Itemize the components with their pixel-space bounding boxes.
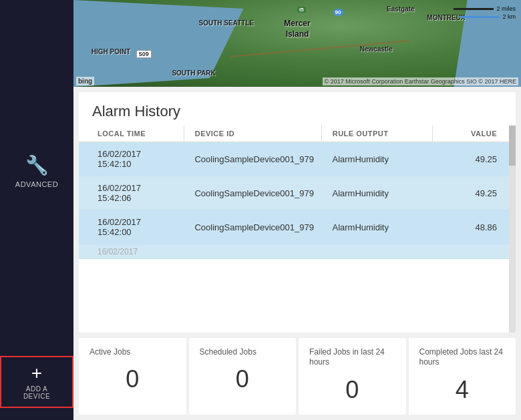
sidebar-advanced[interactable]: 🔧 ADVANCED — [15, 154, 58, 188]
cell-device-id: CoolingSampleDevice001_979 — [184, 188, 321, 198]
bing-logo: bing — [76, 77, 94, 85]
scale-miles-label: 2 miles — [496, 5, 516, 12]
alarm-table: LOCAL TIME DEVICE ID RULE OUTPUT VALUE 1… — [79, 126, 516, 333]
map-background: SOUTH SEATTLE HIGH POINT SOUTH PARK East… — [73, 0, 521, 87]
cell-value: 49.25 — [432, 154, 502, 164]
scrollbar-thumb[interactable] — [509, 126, 516, 166]
time-line2: 15:42:00 — [98, 227, 178, 237]
alarm-history-title: Alarm History — [79, 92, 516, 126]
place-label-newcastle: Newcastle — [360, 45, 393, 53]
place-label-south-park: SOUTH PARK — [172, 69, 215, 77]
road-509-badge: 509 — [136, 50, 152, 58]
cell-value: 49.25 — [432, 188, 502, 198]
job-card-value-scheduled: 0 — [200, 365, 286, 393]
col-header-device-id: DEVICE ID — [184, 126, 321, 142]
time-line2: 15:42:10 — [98, 159, 178, 169]
map-location-line1: Mercer — [284, 19, 310, 29]
cell-local-time: 16/02/2017 15:42:10 — [92, 149, 184, 169]
alarm-rows: 16/02/2017 15:42:10 CoolingSampleDevice0… — [79, 142, 516, 259]
job-card-label-scheduled: Scheduled Jobs — [200, 347, 286, 358]
table-row[interactable]: 16/02/2017 15:42:00 CoolingSampleDevice0… — [79, 210, 516, 244]
job-card-scheduled: Scheduled Jobs 0 — [189, 338, 297, 415]
cell-rule-output: AlarmHumidity — [321, 154, 432, 164]
alarm-table-header: LOCAL TIME DEVICE ID RULE OUTPUT VALUE — [79, 126, 516, 142]
cell-value: 48.86 — [432, 222, 502, 232]
cell-device-id: CoolingSampleDevice001_979 — [184, 154, 321, 164]
job-card-value-active: 0 — [90, 365, 176, 393]
alarm-section: Alarm History LOCAL TIME DEVICE ID RULE … — [79, 92, 516, 333]
col-header-rule-output: RULE OUTPUT — [321, 126, 432, 142]
highway-5-badge: I5 — [297, 7, 306, 13]
road-90-badge: 90 — [333, 9, 343, 16]
job-card-label-failed: Failed Jobs in last 24 hours — [309, 347, 395, 368]
table-row[interactable]: 16/02/2017 15:42:06 CoolingSampleDevice0… — [79, 176, 516, 210]
job-card-label-active: Active Jobs — [90, 347, 176, 358]
job-card-failed: Failed Jobs in last 24 hours 0 — [299, 338, 406, 415]
plus-icon: + — [31, 364, 42, 383]
cell-local-time: 16/02/2017 — [92, 247, 184, 256]
job-card-active: Active Jobs 0 — [79, 338, 186, 415]
scale-line-miles — [454, 8, 494, 10]
table-row[interactable]: 16/02/2017 — [79, 244, 516, 259]
add-device-label: ADD A DEVICE — [12, 385, 61, 400]
table-row[interactable]: 16/02/2017 15:42:10 CoolingSampleDevice0… — [79, 142, 516, 176]
time-line2: 15:42:06 — [98, 193, 178, 203]
map-scale: 2 miles 2 km — [454, 5, 516, 20]
add-device-button[interactable]: + ADD A DEVICE — [0, 356, 73, 408]
sidebar: 🔧 ADVANCED + ADD A DEVICE — [0, 0, 73, 420]
map-copyright: © 2017 Microsoft Corporation Earthstar G… — [323, 77, 518, 85]
job-card-value-failed: 0 — [309, 376, 395, 404]
map-scale-km: 2 km — [460, 13, 516, 20]
place-label-south-seattle: SOUTH SEATTLE — [199, 19, 254, 27]
jobs-section: Active Jobs 0 Scheduled Jobs 0 Failed Jo… — [79, 338, 516, 415]
sidebar-advanced-label: ADVANCED — [15, 180, 58, 188]
map-location-line2: Island — [284, 29, 310, 40]
cell-local-time: 16/02/2017 15:42:00 — [92, 217, 184, 237]
cell-rule-output: AlarmHumidity — [321, 188, 432, 198]
wrench-icon: 🔧 — [25, 154, 49, 176]
map-scale-bar: 2 miles 2 km — [454, 5, 516, 20]
scale-km-label: 2 km — [502, 13, 516, 20]
job-card-value-completed: 4 — [419, 376, 506, 404]
col-header-local-time: LOCAL TIME — [92, 126, 184, 142]
map-area[interactable]: SOUTH SEATTLE HIGH POINT SOUTH PARK East… — [73, 0, 521, 87]
place-label-high-point: HIGH POINT — [92, 48, 130, 55]
scrollbar-track[interactable] — [509, 126, 516, 333]
map-location-label: Mercer Island — [284, 19, 310, 39]
scale-line-km — [460, 16, 500, 18]
job-card-completed: Completed Jobs last 24 hours 4 — [409, 338, 516, 415]
main-content: SOUTH SEATTLE HIGH POINT SOUTH PARK East… — [73, 0, 521, 420]
time-line1: 16/02/2017 — [98, 149, 178, 159]
job-card-label-completed: Completed Jobs last 24 hours — [419, 347, 506, 368]
cell-local-time: 16/02/2017 15:42:06 — [92, 183, 184, 203]
map-scale-miles: 2 miles — [454, 5, 516, 12]
time-line1: 16/02/2017 — [98, 183, 178, 193]
col-header-value: VALUE — [432, 126, 502, 142]
place-label-eastgate: Eastgate — [387, 5, 415, 13]
cell-rule-output: AlarmHumidity — [321, 222, 432, 232]
cell-device-id: CoolingSampleDevice001_979 — [184, 222, 321, 232]
time-line1: 16/02/2017 — [98, 217, 178, 227]
sidebar-top: 🔧 ADVANCED — [15, 0, 58, 356]
